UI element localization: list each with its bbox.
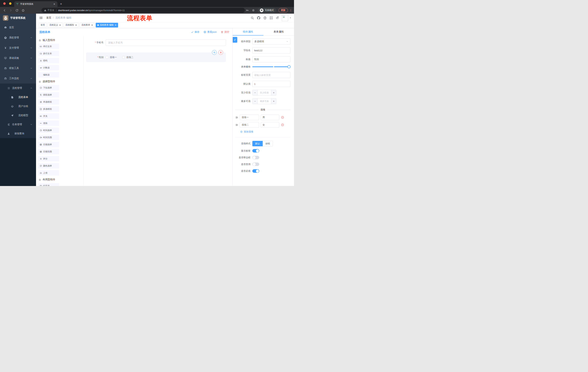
stepper-placeholder[interactable]: 至少应选 xyxy=(258,90,271,95)
github-icon[interactable] xyxy=(257,16,261,20)
sidebar-item-task-management[interactable]: 任务管理 xyxy=(0,120,36,129)
option-value-input[interactable] xyxy=(261,115,279,120)
hamburger-icon[interactable] xyxy=(39,16,43,20)
reload-icon[interactable] xyxy=(15,9,19,12)
tag-close-icon[interactable]: ✕ xyxy=(59,24,61,26)
stepper-minus-button[interactable]: − xyxy=(252,90,258,95)
toggle-switch[interactable] xyxy=(252,156,259,159)
window-minimize-button[interactable] xyxy=(9,2,11,5)
palette-component-button[interactable]: 日期范围 xyxy=(38,149,59,154)
help-icon[interactable] xyxy=(263,16,267,20)
tab-close-icon[interactable]: ✕ xyxy=(53,3,56,5)
back-icon[interactable] xyxy=(3,9,6,12)
new-tab-button[interactable]: + xyxy=(60,2,62,6)
min-select-stepper[interactable]: − 至少应选 + xyxy=(252,90,276,96)
sidebar-item[interactable]: 支付管理 xyxy=(0,43,36,53)
delete-component-button[interactable] xyxy=(218,50,223,55)
palette-component-button[interactable]: 多选框组 xyxy=(38,106,59,112)
field-name-input[interactable] xyxy=(252,47,290,53)
checkbox-box[interactable] xyxy=(106,56,108,59)
sidebar-item-process-management[interactable]: 流程管理 xyxy=(0,84,36,93)
phone-input[interactable] xyxy=(106,39,226,46)
palette-component-button[interactable]: 颜色选择 xyxy=(38,163,59,169)
update-button[interactable]: 更新 xyxy=(279,8,288,12)
palette-component-button[interactable]: 时间选择 xyxy=(38,128,59,133)
tag-close-icon[interactable]: ✕ xyxy=(91,24,93,26)
tag-close-icon[interactable]: ✕ xyxy=(75,24,77,26)
palette-component-button[interactable]: 开关 xyxy=(38,113,59,119)
palette-component-button[interactable]: 下拉选择 xyxy=(38,85,59,90)
breadcrumb-home[interactable]: 首页 xyxy=(46,16,51,20)
checkbox-box[interactable] xyxy=(122,56,125,59)
palette-component-button[interactable]: 滑块 xyxy=(38,120,59,126)
palette-component-button[interactable]: 时间范围 xyxy=(38,135,59,140)
palette-component-button[interactable]: 日期选择 xyxy=(38,142,59,147)
style-button-button[interactable]: 按钮 xyxy=(263,141,273,146)
forward-icon[interactable] xyxy=(9,9,12,12)
stepper-plus-button[interactable]: + xyxy=(271,98,276,104)
component-type-select[interactable]: 多选框组 xyxy=(252,38,290,45)
max-select-stepper[interactable]: − 最多可选 + xyxy=(252,98,276,104)
browser-menu-icon[interactable] xyxy=(289,9,292,12)
palette-component-button[interactable]: 单选框组 xyxy=(38,99,59,105)
password-key-icon[interactable] xyxy=(246,9,249,12)
remove-option-icon[interactable] xyxy=(281,116,284,119)
window-close-button[interactable] xyxy=(3,2,6,5)
url-bar[interactable]: 不安全 dashboard.yudao.iocoder.cn/bpm/manag… xyxy=(42,8,245,13)
option-value-input[interactable] xyxy=(261,122,279,128)
save-button[interactable]: 保存 xyxy=(191,30,200,34)
option-label-input[interactable] xyxy=(240,115,259,120)
avatar[interactable] xyxy=(282,15,288,21)
drag-handle-icon[interactable] xyxy=(235,116,238,119)
sidebar-item[interactable]: 基础设施 xyxy=(0,53,36,63)
tab-tag[interactable]: 流程定义 ✕ xyxy=(48,23,63,28)
tab-tag[interactable]: 首页 ✕ xyxy=(39,23,47,28)
style-default-button[interactable]: 默认 xyxy=(252,141,263,146)
option-label-input[interactable] xyxy=(240,122,259,128)
bookmark-star-icon[interactable] xyxy=(252,9,255,12)
sidebar-item[interactable]: 系统管理 xyxy=(0,32,36,43)
tab-form-props[interactable]: 表单属性 xyxy=(263,28,294,35)
palette-component-button[interactable]: 评分 xyxy=(38,156,59,161)
search-icon[interactable] xyxy=(251,16,254,20)
view-json-button[interactable]: 查看json xyxy=(203,30,217,34)
tab-tag[interactable]: 流程模型 ✕ xyxy=(64,23,79,28)
palette-component-button[interactable]: 密码 xyxy=(38,58,59,63)
clear-button[interactable]: 清空 xyxy=(221,30,229,34)
avatar-caret-icon[interactable] xyxy=(289,17,292,19)
sidebar-item-user-group[interactable]: 用户分组 xyxy=(0,102,36,111)
link-handle[interactable] xyxy=(232,37,237,43)
toggle-switch[interactable] xyxy=(252,169,259,173)
form-grid-slider[interactable] xyxy=(252,66,289,67)
canvas-field-phone[interactable]: 手机号 xyxy=(86,39,226,46)
canvas-field-gender-selected[interactable]: 性别 选项一 xyxy=(86,53,226,62)
palette-component-button[interactable]: 123 计数器 xyxy=(38,65,59,70)
sidebar-item-leave-query[interactable]: 请假查询 xyxy=(0,129,36,138)
stepper-minus-button[interactable]: − xyxy=(252,98,258,104)
toggle-switch[interactable] xyxy=(252,149,259,152)
title-input[interactable] xyxy=(252,56,290,63)
font-size-icon[interactable] xyxy=(276,16,279,20)
form-canvas[interactable]: 手机号 性别 xyxy=(84,36,232,186)
remove-option-icon[interactable] xyxy=(281,123,284,127)
tab-component-props[interactable]: 组件属性 xyxy=(233,28,263,35)
fullscreen-icon[interactable] xyxy=(269,16,273,20)
tab-tag[interactable]: 流程表单 ✕ xyxy=(80,23,94,28)
sidebar-item[interactable]: 工作流程 xyxy=(0,73,36,84)
app-logo-row[interactable]: 芋道管理系统 xyxy=(0,14,36,22)
sidebar-item[interactable]: 首页 xyxy=(0,22,36,32)
stepper-placeholder[interactable]: 最多可选 xyxy=(258,98,271,104)
sidebar-item[interactable]: 研发工具 xyxy=(0,63,36,73)
palette-component-button[interactable]: 行容器 xyxy=(38,183,59,186)
tag-close-icon[interactable]: ✕ xyxy=(115,24,116,26)
slider-handle[interactable] xyxy=(287,65,291,68)
add-option-button[interactable]: 添加选项 xyxy=(240,130,290,133)
copy-component-button[interactable] xyxy=(212,50,217,55)
toggle-switch[interactable] xyxy=(252,162,259,166)
sidebar-item-process-form[interactable]: 流程表单 xyxy=(0,93,36,102)
palette-component-button[interactable]: 单行文本 xyxy=(38,44,59,49)
drag-handle-icon[interactable] xyxy=(235,123,238,127)
sidebar-item-process-model[interactable]: 流程模型 xyxy=(0,111,36,120)
palette-component-button[interactable]: 编辑器 xyxy=(38,72,59,77)
palette-component-button[interactable]: 多行文本 xyxy=(38,51,59,56)
